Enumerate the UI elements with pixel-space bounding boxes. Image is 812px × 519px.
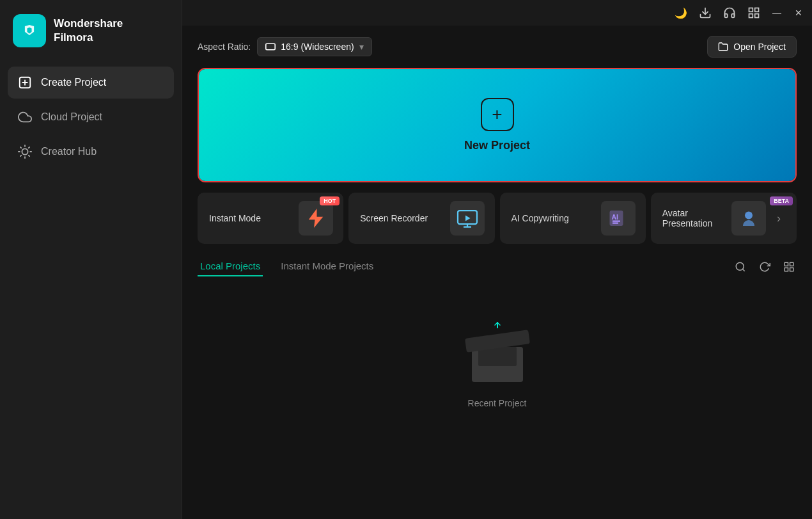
empty-state-label: Recent Project xyxy=(468,398,527,408)
svg-line-7 xyxy=(20,147,21,148)
grid-view-icon[interactable] xyxy=(781,259,797,275)
aspect-ratio-group: Aspect Ratio: 16:9 (Widescreen) ▾ xyxy=(198,37,372,56)
tab-instant-mode-projects[interactable]: Instant Mode Projects xyxy=(278,257,376,276)
instant-mode-icon xyxy=(299,201,333,236)
svg-rect-32 xyxy=(790,267,793,271)
logo-icon xyxy=(13,14,46,47)
sidebar-item-cloud-project[interactable]: Cloud Project xyxy=(8,101,174,133)
quick-card-instant-mode[interactable]: Instant Mode HOT xyxy=(198,193,343,244)
card-label: Avatar Presentation xyxy=(662,208,731,228)
content-area: Aspect Ratio: 16:9 (Widescreen) ▾ Open P… xyxy=(182,26,812,519)
sidebar-item-label: Cloud Project xyxy=(41,111,102,123)
svg-rect-18 xyxy=(266,44,275,50)
sidebar: Wondershare Filmora Create Project C xyxy=(0,0,182,519)
svg-rect-15 xyxy=(755,8,759,12)
svg-rect-16 xyxy=(749,14,753,18)
quick-card-ai-copywriting[interactable]: AI Copywriting AI xyxy=(500,193,646,244)
tabs-row: Local Projects Instant Mode Projects xyxy=(198,257,797,276)
close-button[interactable]: ✕ xyxy=(793,7,804,19)
plus-square-icon xyxy=(18,76,32,90)
empty-state: Recent Project xyxy=(198,289,797,434)
arrow-right-icon: › xyxy=(771,211,786,226)
svg-line-8 xyxy=(29,156,29,156)
svg-point-26 xyxy=(745,212,753,220)
svg-rect-17 xyxy=(755,14,759,18)
sidebar-item-label: Create Project xyxy=(41,77,106,88)
sidebar-item-creator-hub[interactable]: Creator Hub xyxy=(8,136,174,168)
new-project-inner: + New Project xyxy=(199,69,795,181)
project-tabs: Local Projects Instant Mode Projects xyxy=(198,257,391,276)
theme-icon[interactable]: 🌙 xyxy=(674,6,688,20)
svg-point-27 xyxy=(736,262,744,270)
title-bar: 🌙 — ✕ xyxy=(182,0,812,26)
card-label: Screen Recorder xyxy=(360,213,428,223)
headset-icon[interactable] xyxy=(722,6,737,20)
new-project-label: New Project xyxy=(464,139,530,152)
quick-cards: Instant Mode HOT Screen Recorder xyxy=(198,193,797,244)
tab-actions xyxy=(733,259,797,275)
empty-box-illustration xyxy=(459,315,536,385)
svg-line-28 xyxy=(742,269,744,271)
lightbulb-icon xyxy=(18,145,32,159)
app-name: Wondershare Filmora xyxy=(54,17,123,45)
quick-card-screen-recorder[interactable]: Screen Recorder xyxy=(348,193,494,244)
download-icon[interactable] xyxy=(698,6,712,20)
search-icon[interactable] xyxy=(733,259,748,275)
avatar-presentation-icon xyxy=(731,201,766,236)
open-project-button[interactable]: Open Project xyxy=(707,36,797,58)
ai-copywriting-icon: AI xyxy=(601,201,636,236)
tab-local-projects[interactable]: Local Projects xyxy=(198,257,263,276)
screen-recorder-icon xyxy=(450,201,485,236)
new-project-banner[interactable]: + New Project xyxy=(198,68,797,182)
sidebar-nav: Create Project Cloud Project xyxy=(0,67,182,168)
beta-badge: BETA xyxy=(770,196,793,205)
svg-rect-14 xyxy=(749,8,753,12)
svg-rect-29 xyxy=(785,262,788,266)
svg-point-4 xyxy=(22,148,27,154)
grid-icon[interactable] xyxy=(747,6,761,20)
new-project-plus-icon: + xyxy=(481,98,514,131)
app-logo: Wondershare Filmora xyxy=(0,0,182,67)
toolbar: Aspect Ratio: 16:9 (Widescreen) ▾ Open P… xyxy=(198,36,797,58)
svg-line-12 xyxy=(29,147,29,148)
chevron-down-icon: ▾ xyxy=(359,42,364,52)
card-label: AI Copywriting xyxy=(511,213,569,223)
refresh-icon[interactable] xyxy=(757,259,772,275)
sidebar-item-create-project[interactable]: Create Project xyxy=(8,67,174,99)
svg-rect-31 xyxy=(785,267,788,271)
aspect-ratio-label: Aspect Ratio: xyxy=(198,42,251,52)
card-label: Instant Mode xyxy=(209,213,261,223)
hot-badge: HOT xyxy=(320,196,340,205)
svg-line-11 xyxy=(20,156,21,156)
svg-text:AI: AI xyxy=(611,213,618,221)
main-area: 🌙 — ✕ xyxy=(182,0,812,519)
quick-card-avatar-presentation[interactable]: Avatar Presentation BETA › xyxy=(651,193,797,244)
minimize-button[interactable]: — xyxy=(771,7,783,19)
cloud-icon xyxy=(18,110,32,124)
sidebar-item-label: Creator Hub xyxy=(41,146,97,157)
aspect-ratio-select[interactable]: 16:9 (Widescreen) ▾ xyxy=(257,37,371,56)
svg-rect-30 xyxy=(790,262,793,266)
